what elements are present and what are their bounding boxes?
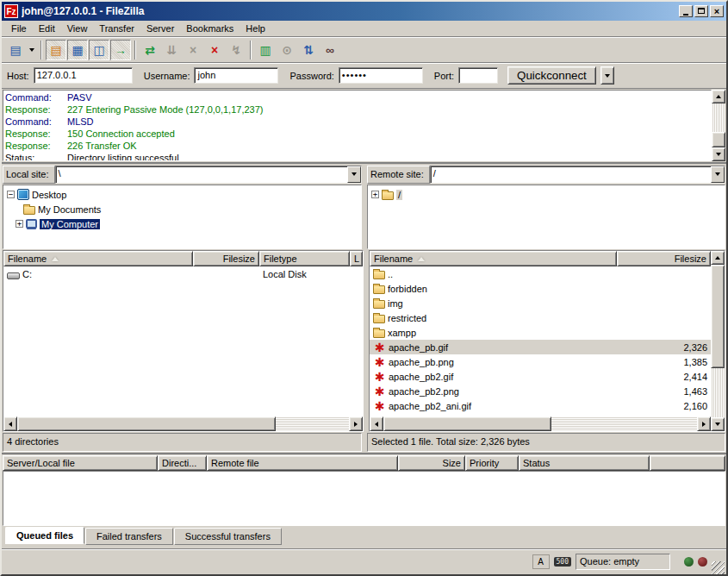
menu-file[interactable]: File: [5, 22, 33, 35]
port-input[interactable]: [458, 67, 498, 84]
toggle-log-button[interactable]: ▤: [46, 40, 66, 60]
file-row[interactable]: ✱apache_pb.png1,385: [370, 354, 711, 369]
menu-edit[interactable]: Edit: [33, 22, 61, 35]
expand-icon[interactable]: +: [371, 191, 379, 198]
remote-site-dropdown[interactable]: [711, 166, 725, 183]
tree-panes: Local site: \ − Desktop My Documents: [2, 164, 726, 250]
refresh-button[interactable]: ⇄: [140, 40, 160, 60]
scrollbar-thumb[interactable]: [711, 265, 725, 368]
column-header-local-file[interactable]: Server/Local file: [3, 455, 158, 471]
resize-grip[interactable]: [712, 561, 725, 574]
file-row-c-drive[interactable]: C: Local Disk: [3, 266, 363, 281]
collapse-icon[interactable]: −: [7, 191, 15, 198]
column-header-filename[interactable]: Filename: [370, 251, 617, 266]
cancel-operation-button[interactable]: ×: [183, 40, 203, 60]
queue-list[interactable]: [3, 471, 725, 526]
file-row[interactable]: xampp: [370, 325, 711, 340]
local-site-value[interactable]: \: [56, 166, 347, 183]
filter-button[interactable]: ▥: [255, 40, 276, 60]
disconnect-button[interactable]: ×: [204, 40, 225, 60]
column-header-filetype[interactable]: Filetype: [259, 251, 350, 266]
remote-site-value[interactable]: /: [431, 166, 711, 183]
local-site-combobox[interactable]: \: [55, 166, 362, 184]
scrollbar-track[interactable]: [712, 103, 725, 132]
toggle-remote-tree-button[interactable]: ◫: [89, 40, 109, 60]
remote-list-vscrollbar[interactable]: [711, 251, 725, 431]
reconnect-button[interactable]: ↯: [226, 40, 246, 60]
file-row-selected[interactable]: ✱apache_pb.gif2,326: [370, 340, 711, 354]
speed-limits-icon[interactable]: 500: [554, 557, 571, 567]
file-row[interactable]: restricted: [370, 310, 711, 325]
folder-icon: [373, 300, 385, 309]
column-header-remote-file[interactable]: Remote file: [207, 455, 398, 471]
column-header-last-modified[interactable]: L: [350, 251, 363, 266]
username-input[interactable]: john: [194, 67, 278, 84]
scrollbar-thumb[interactable]: [17, 416, 276, 431]
site-manager-button[interactable]: ▤: [5, 40, 26, 60]
column-header-filesize[interactable]: Filesize: [193, 251, 259, 266]
tab-queued-files[interactable]: Queued files: [5, 527, 84, 544]
directory-comparison-button[interactable]: ⊙: [277, 40, 297, 60]
host-input[interactable]: 127.0.0.1: [34, 67, 133, 84]
minimize-button[interactable]: [679, 5, 693, 17]
local-site-dropdown[interactable]: [347, 166, 361, 183]
password-input[interactable]: ••••••: [339, 67, 423, 84]
maximize-button[interactable]: [694, 5, 708, 17]
toggle-local-tree-button[interactable]: ▦: [67, 40, 88, 60]
menu-server[interactable]: Server: [140, 22, 180, 35]
toggle-queue-button[interactable]: →: [110, 40, 131, 60]
data-type-indicator[interactable]: A: [532, 554, 550, 569]
site-manager-dropdown[interactable]: [27, 40, 37, 60]
tab-failed-transfers[interactable]: Failed transfers: [85, 528, 173, 545]
synchronized-browsing-button[interactable]: ⇅: [298, 40, 319, 60]
menu-help[interactable]: Help: [240, 22, 271, 35]
scrollbar-track[interactable]: [711, 368, 725, 417]
scroll-right-button[interactable]: [349, 416, 363, 431]
scrollbar-thumb[interactable]: [383, 416, 551, 431]
file-row[interactable]: ✱apache_pb2_ani.gif2,160: [370, 398, 711, 413]
column-header-direction[interactable]: Directi...: [158, 455, 207, 471]
scrollbar-track[interactable]: [276, 416, 349, 431]
menu-view[interactable]: View: [61, 22, 94, 35]
scrollbar-track[interactable]: [551, 416, 697, 431]
tab-successful-transfers[interactable]: Successful transfers: [174, 528, 282, 545]
scroll-down-button[interactable]: [711, 417, 725, 431]
close-button[interactable]: ×: [710, 5, 724, 17]
column-header-size[interactable]: Size: [398, 455, 465, 471]
tree-item-desktop[interactable]: − Desktop: [3, 187, 361, 202]
column-header-priority[interactable]: Priority: [465, 455, 519, 471]
binoculars-icon: ∞: [326, 43, 334, 57]
toolbar-separator: [134, 41, 136, 59]
chevron-down-icon: [29, 48, 34, 52]
scrollbar-thumb[interactable]: [712, 132, 725, 147]
scroll-down-button[interactable]: [712, 147, 725, 161]
scroll-left-button[interactable]: [370, 416, 383, 431]
expand-icon[interactable]: +: [16, 220, 23, 228]
scroll-left-button[interactable]: [3, 416, 17, 431]
file-row[interactable]: img: [370, 296, 711, 310]
file-row[interactable]: ..: [370, 266, 711, 281]
remote-list-hscrollbar[interactable]: [370, 416, 711, 431]
column-header-filename[interactable]: Filename: [3, 251, 193, 266]
title-bar[interactable]: Fz john@127.0.0.1 - FileZilla ×: [2, 2, 726, 21]
column-header-status[interactable]: Status: [519, 455, 650, 471]
menu-transfer[interactable]: Transfer: [93, 22, 140, 35]
find-files-button[interactable]: ∞: [320, 40, 340, 60]
scroll-up-button[interactable]: [712, 90, 725, 103]
scroll-right-button[interactable]: [697, 416, 711, 431]
tree-item-root[interactable]: + /: [368, 187, 725, 202]
quickconnect-dropdown[interactable]: [600, 66, 614, 85]
process-queue-button[interactable]: ⇊: [161, 40, 182, 60]
column-header-filesize[interactable]: Filesize: [617, 251, 711, 266]
file-row[interactable]: ✱apache_pb2.png1,463: [370, 384, 711, 398]
tree-item-my-computer[interactable]: + My Computer: [3, 216, 361, 231]
local-list-hscrollbar[interactable]: [3, 416, 363, 431]
menu-bookmarks[interactable]: Bookmarks: [180, 22, 240, 35]
scroll-up-button[interactable]: [711, 251, 725, 265]
quickconnect-button[interactable]: Quickconnect: [507, 66, 596, 85]
tree-item-my-documents[interactable]: My Documents: [3, 202, 361, 216]
file-row[interactable]: ✱apache_pb2.gif2,414: [370, 369, 711, 384]
log-scrollbar[interactable]: [712, 90, 725, 161]
file-row[interactable]: forbidden: [370, 281, 711, 296]
remote-site-combobox[interactable]: /: [430, 166, 725, 184]
